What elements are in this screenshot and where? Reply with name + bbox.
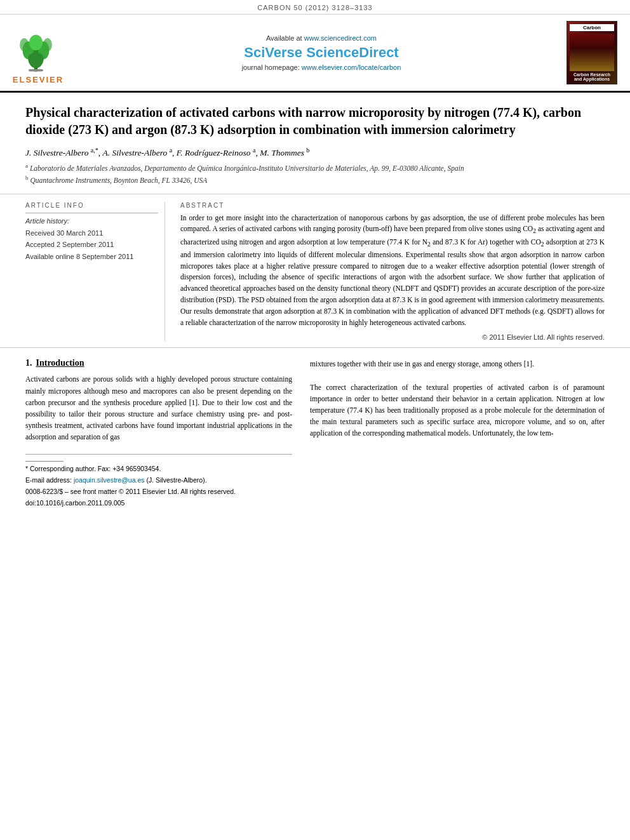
header-center: Available at www.sciencedirect.com SciVe… [83,21,560,84]
svg-point-5 [28,53,44,64]
section-label: Introduction [36,358,84,368]
abstract-column: ABSTRACT In order to get more insight in… [180,202,605,342]
sciverse-word: SciVerse [244,44,306,60]
corresponding-author-note: * Corresponding author. Fax: +34 9659034… [25,464,292,474]
sciencedirect-link[interactable]: www.sciencedirect.com [304,34,377,42]
svg-point-4 [29,35,43,51]
article-title-section: Physical characterization of activated c… [0,93,630,194]
article-dates: Received 30 March 2011 Accepted 2 Septem… [25,227,158,263]
authors-line: J. Silvestre-Albero a,*, A. Silvestre-Al… [25,146,605,158]
journal-cover-top-label: Carbon [570,24,614,31]
main-content: 1. Introduction Activated carbons are po… [0,348,630,509]
elsevier-tree-icon [13,29,64,74]
email-note: E-mail address: joaquin.silvestre@ua.es … [25,476,292,486]
article-info-abstract-section: ARTICLE INFO Article history: Received 3… [0,194,630,349]
sciverse-title: SciVerse ScienceDirect [244,44,398,61]
email-link[interactable]: joaquin.silvestre@ua.es [74,476,145,484]
journal-citation: CARBON 50 (2012) 3128–3133 [257,4,372,11]
journal-cover-image: Carbon Carbon Researchand Applications [566,21,617,84]
affiliation-a: a Laboratorio de Materiales Avanzados, D… [25,162,605,174]
article-info-column: ARTICLE INFO Article history: Received 3… [25,202,165,342]
page: CARBON 50 (2012) 3128–3133 [0,0,630,840]
journal-homepage: journal homepage: www.elsevier.com/locat… [242,63,401,71]
author-3: F. Rodríguez-Reinoso a [177,148,256,157]
elsevier-logo: ELSEVIER [6,21,76,84]
doi-note: doi:10.1016/j.carbon.2011.09.005 [25,498,292,509]
body-two-columns: 1. Introduction Activated carbons are po… [25,358,605,509]
footnote-divider [25,461,64,462]
received-date: Received 30 March 2011 [25,227,158,239]
abstract-heading: ABSTRACT [180,202,605,209]
header-area: ELSEVIER Available at www.sciencedirect.… [0,15,630,93]
article-info-heading: ARTICLE INFO [25,202,158,209]
body-left-column: 1. Introduction Activated carbons are po… [25,358,292,509]
available-online-date: Available online 8 September 2011 [25,251,158,263]
article-title: Physical characterization of activated c… [25,104,605,138]
svg-point-8 [20,38,29,51]
article-history-label: Article history: [25,217,158,225]
footnote-area: * Corresponding author. Fax: +34 9659034… [25,454,292,508]
author-2: A. Silvestre-Albero a [103,148,173,157]
open-access-note: 0008-6223/$ – see front matter © 2011 El… [25,487,292,497]
elsevier-brand: ELSEVIER [13,75,64,84]
affiliation-b: b Quantachrome Instruments, Boynton Beac… [25,174,605,186]
abstract-text: In order to get more insight into the ch… [180,213,605,329]
svg-point-7 [43,38,52,51]
accepted-date: Accepted 2 September 2011 [25,239,158,251]
author-1: J. Silvestre-Albero a,* [25,148,98,157]
introduction-heading: 1. Introduction [25,358,292,368]
introduction-right-text: mixtures together with their use in gas … [310,358,605,439]
section-number: 1. [25,358,32,368]
copyright-line: © 2011 Elsevier Ltd. All rights reserved… [180,333,605,341]
journal-cover: Carbon Carbon Researchand Applications [566,21,617,84]
body-right-column: mixtures together with their use in gas … [310,358,605,509]
journal-bar: CARBON 50 (2012) 3128–3133 [0,0,630,15]
sciencedirect-word: ScienceDirect [306,44,399,60]
journal-cover-subtitle: Carbon Researchand Applications [572,72,612,81]
author-4: M. Thommes b [260,148,309,157]
affiliations: a Laboratorio de Materiales Avanzados, D… [25,162,605,186]
journal-homepage-link[interactable]: www.elsevier.com/locate/carbon [302,63,401,71]
introduction-left-text: Activated carbons are porous solids with… [25,373,292,443]
svg-rect-6 [29,69,43,72]
available-at: Available at www.sciencedirect.com [266,34,377,42]
